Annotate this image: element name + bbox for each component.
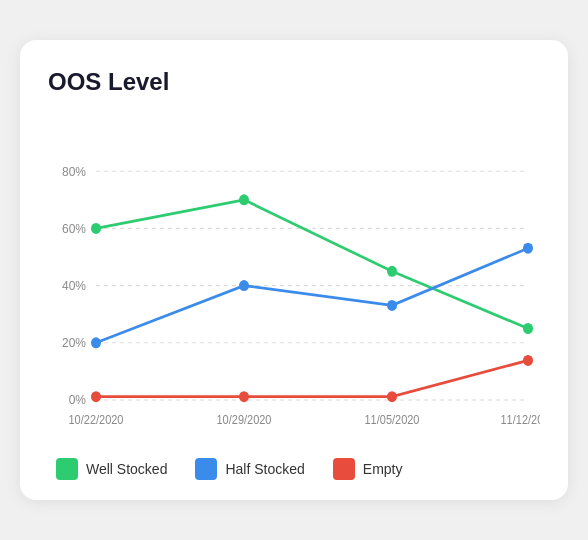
svg-text:60%: 60% (62, 221, 86, 236)
empty-dot (91, 391, 101, 402)
svg-text:10/22/2020: 10/22/2020 (69, 414, 124, 427)
legend-label-well-stocked: Well Stocked (86, 461, 167, 477)
chart-card: OOS Level 80% 60% 40% 20% 0% 10/22/2020 … (20, 40, 568, 500)
well-stocked-line (96, 200, 528, 329)
legend-swatch-empty (333, 458, 355, 480)
empty-line (96, 360, 528, 396)
legend-item-half-stocked: Half Stocked (195, 458, 304, 480)
chart-legend: Well Stocked Half Stocked Empty (48, 458, 540, 480)
empty-dot (239, 391, 249, 402)
half-stocked-dot (239, 280, 249, 291)
chart-svg: 80% 60% 40% 20% 0% 10/22/2020 10/29/2020… (48, 114, 540, 444)
svg-text:0%: 0% (69, 393, 86, 408)
well-stocked-dot (91, 223, 101, 234)
legend-item-well-stocked: Well Stocked (56, 458, 167, 480)
empty-dot (523, 355, 533, 366)
empty-dot (387, 391, 397, 402)
legend-item-empty: Empty (333, 458, 403, 480)
well-stocked-dot (523, 323, 533, 334)
legend-label-half-stocked: Half Stocked (225, 461, 304, 477)
svg-text:11/12/2020: 11/12/2020 (501, 414, 540, 427)
svg-text:11/05/2020: 11/05/2020 (365, 414, 420, 427)
well-stocked-dot (239, 194, 249, 205)
half-stocked-dot (387, 300, 397, 311)
legend-swatch-well-stocked (56, 458, 78, 480)
svg-text:40%: 40% (62, 278, 86, 293)
half-stocked-dot (523, 243, 533, 254)
legend-swatch-half-stocked (195, 458, 217, 480)
chart-title: OOS Level (48, 68, 540, 96)
svg-text:20%: 20% (62, 336, 86, 351)
half-stocked-line (96, 248, 528, 343)
svg-text:80%: 80% (62, 164, 86, 179)
well-stocked-dot (387, 266, 397, 277)
chart-area: 80% 60% 40% 20% 0% 10/22/2020 10/29/2020… (48, 114, 540, 444)
half-stocked-dot (91, 337, 101, 348)
svg-text:10/29/2020: 10/29/2020 (217, 414, 272, 427)
legend-label-empty: Empty (363, 461, 403, 477)
